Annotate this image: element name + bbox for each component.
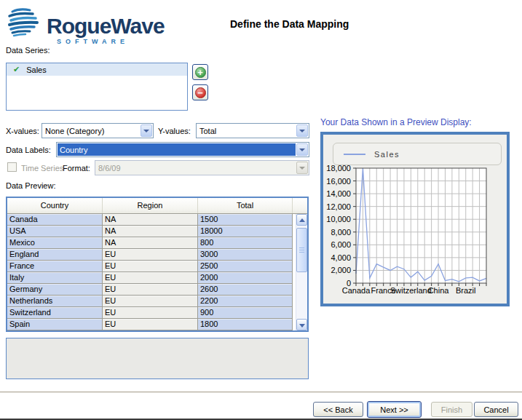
table-cell: 2500: [198, 261, 293, 272]
chevron-down-icon: [299, 167, 305, 170]
table-row[interactable]: EnglandEU3000: [7, 249, 296, 261]
format-dropdown-button: [296, 162, 308, 174]
data-labels-dropdown-button[interactable]: [296, 143, 308, 156]
table-cell: 2200: [198, 296, 293, 307]
add-series-button[interactable]: +: [192, 64, 208, 80]
y-values-select[interactable]: Total: [196, 123, 309, 138]
list-item-sales[interactable]: ✔ Sales: [7, 63, 187, 76]
finish-button: Finish: [431, 402, 472, 417]
plus-icon: +: [195, 67, 206, 78]
svg-text:Switzerland: Switzerland: [390, 286, 432, 295]
x-values-select[interactable]: None (Category): [41, 123, 154, 138]
table-cell: EU: [103, 307, 198, 319]
data-series-listbox[interactable]: ✔ Sales: [6, 63, 188, 111]
table-row[interactable]: SwitzerlandEU900: [7, 307, 296, 319]
table-row[interactable]: NetherlandsEU2200: [7, 296, 296, 307]
chart-legend: Sales: [333, 143, 502, 165]
next-button[interactable]: Next >>: [367, 401, 422, 418]
format-select: 8/6/09: [95, 160, 309, 175]
table-cell: EU: [103, 296, 198, 307]
table-row[interactable]: CanadaNA1500: [7, 214, 296, 226]
table-cell: NA: [103, 226, 198, 237]
page-title: Define the Data Mapping: [230, 18, 349, 30]
chevron-down-icon: [299, 148, 305, 151]
table-cell: 2600: [198, 284, 293, 296]
svg-text:China: China: [428, 286, 450, 295]
table-row[interactable]: USANA18000: [7, 226, 296, 237]
logo-text: RogueWave: [47, 14, 165, 39]
time-series-label: Time Series: [21, 163, 63, 173]
message-box: [6, 338, 309, 379]
table-body: CanadaNA1500USANA18000MexicoNA800England…: [7, 214, 296, 330]
chevron-down-icon: [143, 130, 149, 132]
column-header-total: Total: [198, 198, 293, 213]
svg-text:10,000: 10,000: [326, 215, 351, 223]
svg-text:14,000: 14,000: [326, 189, 351, 198]
table-cell: EU: [103, 261, 198, 272]
svg-text:8,000: 8,000: [331, 228, 351, 237]
cancel-button[interactable]: Cancel: [474, 402, 518, 417]
data-labels-select[interactable]: Country: [56, 142, 309, 157]
table-cell: EU: [103, 272, 198, 284]
table-row[interactable]: ItalyEU2000: [7, 272, 296, 284]
table-cell: EU: [103, 284, 198, 296]
column-header-stub: [293, 198, 307, 213]
column-header-region: Region: [103, 198, 198, 213]
format-value: 8/6/09: [96, 162, 296, 174]
table-cell: 1800: [198, 319, 293, 330]
table-cell: 800: [198, 237, 293, 249]
svg-text:16,000: 16,000: [326, 177, 351, 186]
table-cell: 3000: [198, 249, 293, 261]
scroll-thumb[interactable]: [296, 228, 307, 272]
data-series-label: Data Series:: [6, 45, 50, 55]
time-series-checkbox: [7, 162, 17, 172]
scroll-down-button[interactable]: [296, 319, 307, 330]
table-cell: EU: [103, 249, 198, 261]
table-row[interactable]: SpainEU1800: [7, 319, 296, 330]
list-item-label: Sales: [26, 66, 47, 74]
wizard-window: RogueWave SOFTWARE Define the Data Mappi…: [0, 0, 522, 420]
x-values-dropdown-button[interactable]: [141, 124, 152, 137]
table-cell: 2000: [198, 272, 293, 284]
y-values-dropdown-button[interactable]: [296, 124, 308, 137]
svg-text:12,000: 12,000: [326, 202, 351, 211]
grip-icon: [299, 247, 304, 254]
data-labels-label: Data Labels:: [6, 145, 51, 155]
minus-icon: −: [195, 87, 206, 98]
table-cell: NA: [103, 214, 198, 226]
x-values-label: X-values:: [6, 126, 39, 136]
x-values-value: None (Category): [43, 124, 140, 137]
table-row[interactable]: MexicoNA800: [7, 237, 296, 249]
table-cell: Netherlands: [7, 296, 103, 307]
roguewave-logo: RogueWave SOFTWARE: [7, 6, 175, 41]
vertical-scrollbar[interactable]: [296, 214, 307, 330]
svg-text:Canada: Canada: [342, 286, 371, 295]
table-row[interactable]: GermanyEU2600: [7, 284, 296, 296]
table-cell: England: [7, 249, 103, 261]
table-cell: USA: [7, 226, 103, 237]
svg-text:Brazil: Brazil: [456, 286, 476, 295]
table-cell: 900: [198, 307, 293, 319]
table-cell: Germany: [7, 284, 103, 296]
y-values-label: Y-values:: [158, 126, 191, 136]
table-cell: Canada: [7, 214, 103, 226]
table-header: Country Region Total: [7, 198, 307, 214]
table-cell: Mexico: [7, 237, 103, 249]
table-cell: 18000: [198, 226, 293, 237]
svg-text:4,000: 4,000: [331, 253, 351, 262]
svg-text:2,000: 2,000: [331, 266, 351, 274]
remove-series-button[interactable]: −: [192, 84, 208, 100]
scroll-up-button[interactable]: [296, 214, 307, 226]
table-cell: Italy: [7, 272, 103, 284]
data-preview-table: Country Region Total CanadaNA1500USANA18…: [6, 197, 309, 332]
logo-tagline: SOFTWARE: [57, 38, 129, 45]
legend-line-swatch: [344, 154, 365, 155]
table-cell: Switzerland: [7, 307, 103, 319]
chevron-down-icon: [299, 130, 305, 132]
table-cell: France: [7, 261, 103, 272]
y-values-value: Total: [197, 124, 296, 137]
back-button[interactable]: << Back: [313, 402, 363, 417]
table-row[interactable]: FranceEU2500: [7, 261, 296, 272]
svg-text:6,000: 6,000: [331, 240, 351, 249]
preview-panel: 02,0004,0006,0008,00010,00012,00014,0001…: [320, 132, 510, 306]
